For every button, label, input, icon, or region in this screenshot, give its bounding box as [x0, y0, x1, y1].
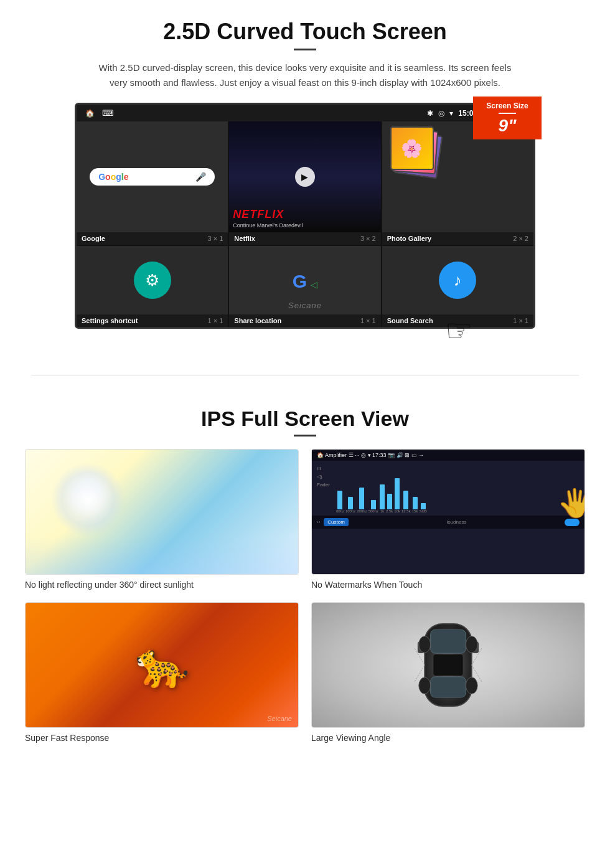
hand-illustration-wrapper: ☞ — [37, 313, 573, 350]
netflix-thumbnail: NETFLIX Continue Marvel's Daredevil ▶ — [229, 121, 380, 232]
share-tile-inner: G ◁ — [229, 246, 380, 314]
hand-icon: ☞ — [37, 313, 573, 349]
section-curved-screen: 2.5D Curved Touch Screen With 2.5D curve… — [0, 0, 610, 356]
badge-title: Screen Size — [482, 101, 533, 110]
app-tile-netflix[interactable]: NETFLIX Continue Marvel's Daredevil ▶ Ne… — [229, 121, 380, 245]
svg-rect-1 — [431, 630, 466, 653]
home-icon[interactable]: 🏠 — [85, 109, 95, 118]
app-tile-photos[interactable]: 🌸 Photo Gallery 2 × 2 — [382, 121, 533, 245]
usb-icon: ⌨ — [102, 108, 114, 118]
mic-icon[interactable]: 🎤 — [195, 172, 206, 182]
amp-eq-container: III ◁) Fader 60hz — [312, 461, 584, 516]
location-icon: ◎ — [438, 109, 444, 118]
title-divider — [294, 49, 316, 50]
amp-loudness-label: loudness — [446, 519, 466, 525]
section2-divider — [294, 435, 316, 436]
amplifier-image: 🏠 Amplifier ☰ ··· ◎ ▾ 17:33 📷 🔊 ⊠ ▭ → II… — [311, 449, 585, 575]
settings-tile-inner: ⚙ — [77, 246, 228, 314]
card-sunlight: No light reflecting under 360° direct su… — [25, 449, 299, 590]
car-visual — [312, 603, 584, 727]
app-grid: Google 🎤 Google 3 × 1 — [77, 121, 533, 327]
cheetah-visual: 🐆 Seicane — [26, 603, 298, 727]
section-separator — [31, 375, 579, 375]
card-car: Large Viewing Angle — [311, 602, 585, 743]
google-tile-inner: Google 🎤 — [77, 121, 228, 232]
car-caption: Large Viewing Angle — [311, 733, 585, 743]
netflix-play-button[interactable]: ▶ — [295, 167, 315, 187]
bluetooth-icon: ✱ — [427, 109, 433, 118]
netflix-info: NETFLIX Continue Marvel's Daredevil — [233, 208, 303, 229]
touch-hand: 🖐 — [558, 487, 584, 519]
seicane-watermark: Seicane — [267, 715, 292, 722]
google-logo: Google — [98, 172, 128, 182]
amp-labels: III ◁) Fader — [317, 463, 330, 513]
status-left: 🏠 ⌨ — [85, 108, 114, 118]
amp-bars: 60hz 100hz 200hz — [336, 463, 580, 513]
car-image — [311, 602, 585, 728]
amp-footer: ‹‹ Custom loudness — [312, 516, 584, 529]
amp-loudness-toggle[interactable] — [565, 519, 580, 526]
section1-description: With 2.5D curved-display screen, this de… — [93, 60, 517, 90]
card-amplifier: 🏠 Amplifier ☰ ··· ◎ ▾ 17:33 📷 🔊 ⊠ ▭ → II… — [311, 449, 585, 590]
screen-size-badge: Screen Size 9" — [473, 97, 542, 139]
device-mockup: Screen Size 9" 🏠 ⌨ ✱ ◎ ▾ 15:06 ⊡ ◁) ⊠ — [75, 103, 535, 329]
netflix-app-size: 3 × 2 — [360, 235, 376, 242]
settings-icon: ⚙ — [134, 262, 171, 299]
amp-title: 🏠 Amplifier ☰ ··· ◎ ▾ 17:33 📷 🔊 ⊠ ▭ → — [317, 452, 424, 458]
status-bar: 🏠 ⌨ ✱ ◎ ▾ 15:06 ⊡ ◁) ⊠ ▭ — [77, 105, 533, 121]
netflix-app-name: Netflix — [234, 235, 255, 242]
netflix-logo: NETFLIX — [233, 208, 303, 221]
netflix-footer: Netflix 3 × 2 — [229, 232, 380, 245]
sound-icon: ♪ — [439, 262, 476, 299]
cheetah-icon: 🐆 — [135, 639, 189, 691]
google-app-name: Google — [82, 235, 105, 242]
amp-bars-area: 60hz 100hz 200hz — [336, 463, 580, 513]
svg-point-7 — [466, 636, 477, 653]
google-maps-icon: G ◁ — [293, 267, 317, 293]
svg-point-6 — [419, 636, 431, 653]
badge-divider — [499, 113, 516, 114]
feature-image-grid: No light reflecting under 360° direct su… — [25, 449, 585, 743]
cheetah-image: 🐆 Seicane — [25, 602, 299, 728]
netflix-subtitle: Continue Marvel's Daredevil — [233, 222, 303, 229]
card-cheetah: 🐆 Seicane Super Fast Response — [25, 602, 299, 743]
amplifier-caption: No Watermarks When Touch — [311, 580, 585, 590]
photo-stack-1: 🌸 — [390, 126, 434, 170]
svg-rect-3 — [433, 654, 462, 676]
section2-title: IPS Full Screen View — [25, 407, 585, 431]
amp-custom-btn[interactable]: Custom — [324, 518, 349, 526]
wifi-icon: ▾ — [449, 109, 453, 118]
cheetah-caption: Super Fast Response — [25, 733, 299, 743]
car-svg — [411, 612, 486, 718]
section-ips: IPS Full Screen View No light reflecting… — [0, 394, 610, 762]
sound-tile-inner: ♪ — [382, 246, 533, 314]
amp-header: 🏠 Amplifier ☰ ··· ◎ ▾ 17:33 📷 🔊 ⊠ ▭ → — [312, 450, 584, 461]
badge-size: 9" — [482, 116, 533, 136]
section1-title: 2.5D Curved Touch Screen — [37, 19, 573, 45]
amplifier-visual: 🏠 Amplifier ☰ ··· ◎ ▾ 17:33 📷 🔊 ⊠ ▭ → II… — [312, 450, 584, 574]
photos-footer: Photo Gallery 2 × 2 — [382, 232, 533, 245]
android-screen: 🏠 ⌨ ✱ ◎ ▾ 15:06 ⊡ ◁) ⊠ ▭ — [75, 103, 535, 329]
netflix-tile-inner: NETFLIX Continue Marvel's Daredevil ▶ — [229, 121, 380, 232]
google-app-size: 3 × 1 — [208, 235, 223, 242]
amp-nav: ‹‹ — [317, 519, 320, 525]
sunlight-caption: No light reflecting under 360° direct su… — [25, 580, 299, 590]
sunlight-visual — [26, 450, 298, 574]
photo-stack: 🌸 — [387, 126, 443, 176]
svg-point-9 — [466, 677, 477, 694]
google-searchbar[interactable]: Google 🎤 — [90, 168, 215, 186]
photos-app-size: 2 × 2 — [513, 235, 528, 242]
google-footer: Google 3 × 1 — [77, 232, 228, 245]
photos-app-name: Photo Gallery — [387, 235, 432, 242]
svg-point-8 — [419, 677, 431, 694]
app-tile-google[interactable]: Google 🎤 Google 3 × 1 — [77, 121, 228, 245]
sunlight-image — [25, 449, 299, 575]
svg-rect-2 — [431, 677, 466, 697]
